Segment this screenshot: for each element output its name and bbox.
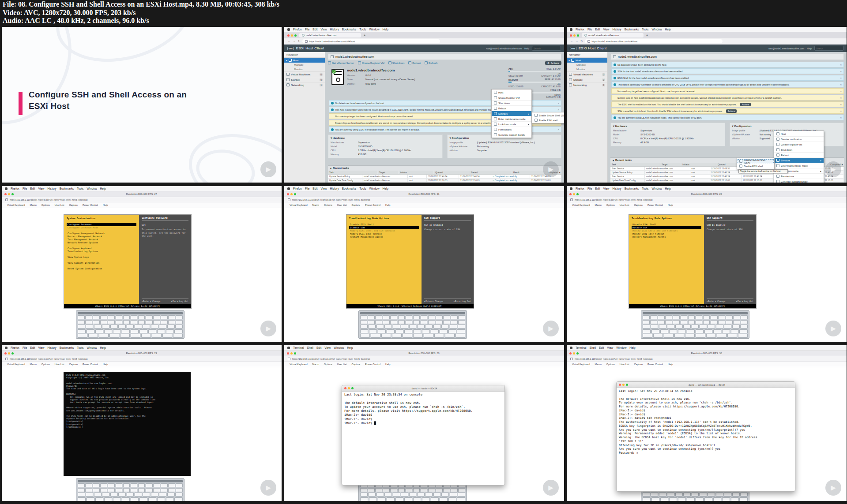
apple-menu-icon[interactable] (570, 347, 572, 349)
close-icon[interactable]: × (557, 108, 559, 111)
dcui-menu-item[interactable]: Disable SSH (632, 226, 701, 229)
close-button[interactable] (570, 34, 572, 37)
mac-menu-item[interactable]: Help (665, 187, 671, 190)
menu-item[interactable]: Enter maintenance mode (774, 163, 824, 168)
mac-menu-item[interactable]: File (305, 187, 309, 190)
dcui-menu-item[interactable]: View Support Information (67, 261, 136, 265)
ikvm-toolbar-item[interactable]: Options (41, 204, 50, 206)
ikvm-toolbar-item[interactable]: Macro (30, 204, 37, 206)
close-icon[interactable]: × (840, 70, 842, 73)
back-icon[interactable]: ← (570, 40, 573, 43)
mac-menu-item[interactable]: File (23, 346, 27, 349)
apple-menu-icon[interactable] (5, 187, 8, 190)
virtual-keyboard-header[interactable] (643, 312, 748, 314)
mac-menu-item[interactable]: Help (383, 28, 388, 31)
virtual-keyboard-header[interactable] (78, 312, 183, 314)
close-icon[interactable]: × (840, 77, 842, 79)
mac-menu-item[interactable]: View (603, 187, 610, 190)
vnc-window-title-bar[interactable]: Resolution:800x600 FPS: 29 (2, 351, 282, 356)
vnc-window-title-bar[interactable]: Resolution:800x600 FPS: 21 (284, 191, 564, 197)
virtual-keyboard-header[interactable] (360, 312, 465, 314)
user-menu[interactable]: root@node1.wiredbraincoffee.com (768, 47, 804, 50)
close-button[interactable] (287, 193, 289, 195)
dcui-menu-item[interactable]: Disable ESXi Shell (349, 223, 419, 226)
dcui-menu-item[interactable]: Configure Lockdown Mode (67, 226, 136, 229)
mac-menu-item[interactable]: Window (87, 187, 97, 190)
ikvm-toolbar-item[interactable]: Options (41, 363, 50, 366)
mac-menu-item[interactable]: File (23, 187, 27, 190)
mac-menu-item[interactable]: View (603, 28, 610, 31)
ikvm-toolbar-item[interactable]: Help (668, 363, 673, 366)
back-icon[interactable]: ← (288, 40, 291, 43)
ikvm-toolbar-item[interactable]: Power Control (365, 204, 380, 206)
sidebar-subitem[interactable]: Manage (284, 63, 325, 67)
menu-item[interactable]: Services ▸ (492, 111, 531, 116)
mac-menu-item[interactable]: Tools (359, 187, 366, 190)
mac-menu-item[interactable]: History (330, 187, 339, 190)
ikvm-toolbar-item[interactable]: Capture (352, 204, 361, 206)
dcui-menu-item[interactable]: Modify DCUI idle timeout (349, 232, 419, 235)
toolbar-button[interactable]: Reboot (408, 61, 421, 64)
ikvm-toolbar-item[interactable]: User List (55, 363, 64, 366)
mac-menu-item[interactable]: View (321, 28, 327, 31)
close-icon[interactable]: × (557, 128, 559, 131)
ikvm-toolbar-item[interactable]: Virtual Keyboard (572, 204, 590, 206)
column-header[interactable]: Task (610, 163, 660, 166)
sidebar-item[interactable]: Virtual Machines 0 (284, 71, 325, 77)
vnc-window-title-bar[interactable]: Resolution:800x600 FPS: 30 (567, 351, 847, 356)
ikvm-toolbar-item[interactable]: User List (55, 204, 64, 206)
menu-item[interactable]: Services ▸ (774, 158, 824, 163)
section-title[interactable]: ▾ Configuration (732, 124, 842, 127)
vnc-window-title-bar[interactable]: Resolution:800x600 FPS: 26 (567, 191, 847, 197)
actions-button[interactable]: ⚙ Actions (545, 61, 561, 65)
reload-icon[interactable]: ↻ (580, 40, 583, 43)
minimize-button[interactable] (622, 384, 625, 386)
dcui-menu-item[interactable]: Restart Management Agents (349, 235, 419, 239)
dcui-menu-item[interactable]: Troubleshooting Options (67, 250, 136, 253)
mac-menu-item[interactable]: Help (665, 28, 671, 31)
close-icon[interactable]: × (840, 90, 842, 93)
virtual-keyboard-keys[interactable] (360, 483, 465, 501)
mac-menu-item[interactable]: Window (616, 346, 626, 349)
mac-menu-item[interactable]: Edit (312, 28, 317, 31)
ikvm-toolbar-item[interactable]: Help (103, 204, 108, 206)
minimize-button[interactable] (573, 193, 575, 195)
mac-menu-item[interactable]: History (613, 28, 621, 31)
mac-menu-item[interactable]: Bookmarks (342, 28, 357, 31)
mac-menu-item[interactable]: Edit (599, 346, 604, 349)
menu-item[interactable]: Host (492, 90, 531, 95)
menu-item[interactable]: Create/Register VM (492, 95, 531, 101)
column-header[interactable]: Started (469, 171, 512, 174)
ikvm-toolbar-item[interactable]: Help (385, 363, 390, 366)
ikvm-toolbar-item[interactable]: Power Control (647, 363, 663, 366)
sidebar-subitem[interactable]: Monitor (284, 67, 325, 71)
mac-menu-item[interactable]: Bookmarks (625, 28, 639, 31)
forward-icon[interactable]: → (576, 40, 579, 43)
mac-menu-item[interactable]: Window (334, 346, 344, 349)
mac-menu-item[interactable]: Bookmarks (342, 187, 357, 190)
mac-menu-item[interactable]: View (324, 346, 331, 349)
user-menu[interactable]: root@node1.wiredbraincoffee.com (486, 47, 522, 50)
menu-item[interactable]: Generate support bundle (492, 132, 531, 137)
ikvm-toolbar-item[interactable]: Macro (312, 204, 319, 206)
mac-menu-item[interactable]: Edit (30, 346, 35, 349)
ikvm-toolbar-item[interactable]: Power Control (83, 204, 98, 206)
column-header[interactable]: Initiator (681, 163, 716, 166)
virtual-keyboard[interactable] (358, 310, 467, 339)
dcui-menu-item[interactable]: Disable ESXi Shell (632, 223, 701, 226)
mac-menu-item[interactable]: File (587, 187, 592, 190)
dcui-menu-item[interactable]: Restart Management Network (67, 235, 136, 238)
menu-item[interactable]: Reboot (774, 153, 824, 158)
mac-menu-item[interactable]: File (587, 28, 592, 31)
mac-menu-item[interactable]: Window (369, 187, 379, 190)
close-button[interactable] (569, 193, 572, 195)
close-button[interactable] (344, 387, 346, 389)
ikvm-toolbar-item[interactable]: Options (606, 204, 615, 206)
ikvm-toolbar-item[interactable]: Macro (595, 363, 602, 366)
close-icon[interactable]: × (840, 83, 842, 86)
ikvm-toolbar-item[interactable]: Macro (30, 363, 37, 366)
mac-menu-item[interactable]: Bookmarks (60, 346, 74, 349)
ikvm-toolbar-item[interactable]: Power Control (647, 204, 663, 206)
submenu-item[interactable]: Enable ESXi shell (532, 118, 564, 123)
ikvm-toolbar-item[interactable]: User List (620, 204, 629, 206)
